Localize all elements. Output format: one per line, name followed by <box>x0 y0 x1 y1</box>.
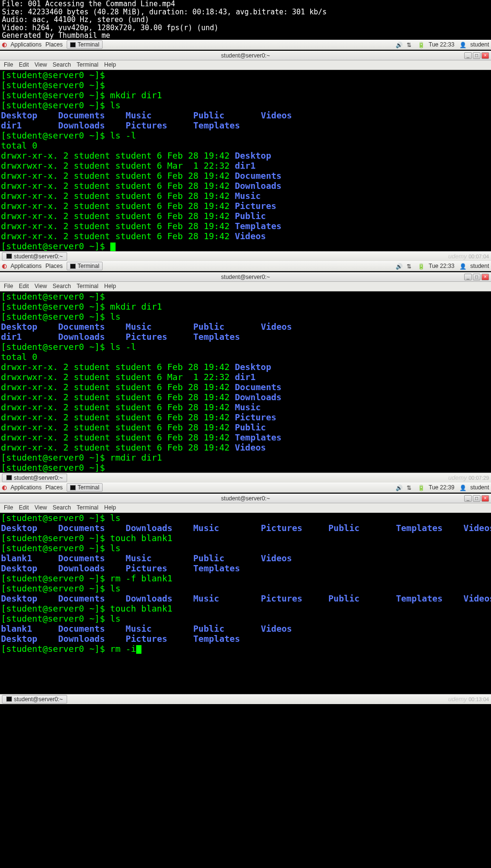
terminal-label: Terminal <box>78 41 99 48</box>
top-panel: ◐ Applications Places Terminal 🔊 ⇅ 🔋 Tue… <box>0 483 491 493</box>
menu-edit[interactable]: Edit <box>19 504 29 511</box>
menubar: File Edit View Search Terminal Help <box>0 503 491 513</box>
window-minimize-button[interactable]: _ <box>464 274 472 280</box>
terminal-window: student@server0:~ _ □ × File Edit View S… <box>0 494 491 694</box>
watermark: udemy <box>448 695 467 703</box>
taskbar-terminal-button[interactable]: Terminal <box>67 40 103 49</box>
menu-file[interactable]: File <box>4 504 13 511</box>
places-menu[interactable]: Places <box>46 484 63 491</box>
taskbar-entry[interactable]: student@server0:~ <box>2 474 67 482</box>
terminal-label: Terminal <box>78 484 99 491</box>
menu-search[interactable]: Search <box>53 504 71 511</box>
terminal-window: student@server0:~ _ □ × File Edit View S… <box>0 51 491 251</box>
menubar: File Edit View Search Terminal Help <box>0 282 491 291</box>
terminal-icon <box>6 696 12 702</box>
file-info-line: File: 001 Accessing the Command Line.mp4 <box>2 0 489 8</box>
battery-icon[interactable]: 🔋 <box>418 42 424 48</box>
menu-edit[interactable]: Edit <box>19 283 29 289</box>
terminal-output[interactable]: [student@server0 ~]$ ls Desktop Document… <box>0 513 491 694</box>
window-titlebar[interactable]: student@server0:~ _ □ × <box>0 272 491 282</box>
taskbar-entry-label: student@server0:~ <box>14 696 63 703</box>
window-maximize-button[interactable]: □ <box>473 274 480 280</box>
menu-edit[interactable]: Edit <box>19 61 29 68</box>
volume-icon[interactable]: 🔊 <box>396 263 402 269</box>
battery-icon[interactable]: 🔋 <box>418 263 424 269</box>
taskbar-entry[interactable]: student@server0:~ <box>2 252 67 261</box>
window-close-button[interactable]: × <box>481 274 489 280</box>
taskbar-entry[interactable]: student@server0:~ <box>2 695 67 704</box>
places-menu[interactable]: Places <box>46 263 63 269</box>
places-menu[interactable]: Places <box>46 41 63 48</box>
window-titlebar[interactable]: student@server0:~ _ □ × <box>0 494 491 503</box>
clock[interactable]: Tue 22:33 <box>429 41 455 48</box>
menu-view[interactable]: View <box>35 283 47 289</box>
applications-menu[interactable]: Applications <box>11 263 42 269</box>
terminal-icon <box>70 264 76 269</box>
network-icon[interactable]: ⇅ <box>407 263 413 269</box>
bottom-panel: student@server0:~ udemy 00:13:04 <box>0 694 491 704</box>
terminal-output[interactable]: [student@server0 ~]$ [student@server0 ~]… <box>0 70 491 251</box>
bottom-panel: student@server0:~ udemy 00:07:04 <box>0 251 491 261</box>
menu-help[interactable]: Help <box>104 61 116 68</box>
window-minimize-button[interactable]: _ <box>464 495 472 502</box>
taskbar-entry-label: student@server0:~ <box>14 253 63 260</box>
watermark: udemy <box>448 474 467 481</box>
terminal-output[interactable]: [student@server0 ~]$ [student@server0 ~]… <box>0 291 491 473</box>
menu-terminal[interactable]: Terminal <box>77 504 98 511</box>
window-close-button[interactable]: × <box>481 52 489 59</box>
menu-terminal[interactable]: Terminal <box>77 61 98 68</box>
window-title: student@server0:~ <box>221 495 270 502</box>
file-info-line: Audio: aac, 44100 Hz, stereo (und) <box>2 16 489 24</box>
timestamp: 00:07:29 <box>468 475 489 481</box>
applications-menu[interactable]: Applications <box>11 41 42 48</box>
window-close-button[interactable]: × <box>481 495 489 502</box>
battery-icon[interactable]: 🔋 <box>418 485 424 491</box>
network-icon[interactable]: ⇅ <box>407 42 413 48</box>
distro-logo-icon: ◐ <box>2 484 7 491</box>
file-info-line: Generated by Thumbnail me <box>2 32 489 40</box>
timestamp: 00:07:04 <box>468 254 489 259</box>
volume-icon[interactable]: 🔊 <box>396 42 402 48</box>
taskbar-terminal-button[interactable]: Terminal <box>67 483 103 492</box>
menu-view[interactable]: View <box>35 504 47 511</box>
distro-logo-icon: ◐ <box>2 41 7 48</box>
menu-help[interactable]: Help <box>104 283 116 289</box>
menu-search[interactable]: Search <box>53 61 71 68</box>
window-title: student@server0:~ <box>221 274 270 280</box>
clock[interactable]: Tue 22:39 <box>429 484 455 491</box>
user-menu[interactable]: student <box>470 41 489 48</box>
terminal-icon <box>70 485 76 490</box>
volume-icon[interactable]: 🔊 <box>396 485 402 491</box>
terminal-icon <box>70 42 76 47</box>
timestamp: 00:13:04 <box>468 696 489 702</box>
menu-file[interactable]: File <box>4 283 13 289</box>
window-minimize-button[interactable]: _ <box>464 52 472 59</box>
user-icon[interactable]: 👤 <box>459 263 466 269</box>
window-titlebar[interactable]: student@server0:~ _ □ × <box>0 51 491 60</box>
menu-view[interactable]: View <box>35 61 47 68</box>
window-maximize-button[interactable]: □ <box>473 52 480 59</box>
menu-terminal[interactable]: Terminal <box>77 283 98 289</box>
bottom-panel: student@server0:~ udemy 00:07:29 <box>0 473 491 483</box>
taskbar-entry-label: student@server0:~ <box>14 475 63 481</box>
terminal-label: Terminal <box>78 263 99 269</box>
menu-search[interactable]: Search <box>53 283 71 289</box>
user-menu[interactable]: student <box>470 263 489 269</box>
network-icon[interactable]: ⇅ <box>407 485 413 491</box>
taskbar-terminal-button[interactable]: Terminal <box>67 262 103 270</box>
window-title: student@server0:~ <box>221 52 270 59</box>
terminal-icon <box>6 254 12 259</box>
window-maximize-button[interactable]: □ <box>473 495 480 502</box>
menu-file[interactable]: File <box>4 61 13 68</box>
user-menu[interactable]: student <box>470 484 489 491</box>
watermark: udemy <box>448 253 467 260</box>
file-info-line: Size: 42233460 bytes (40.28 MiB), durati… <box>2 8 489 16</box>
menubar: File Edit View Search Terminal Help <box>0 60 491 70</box>
top-panel: ◐ Applications Places Terminal 🔊 ⇅ 🔋 Tue… <box>0 261 491 271</box>
file-info-line: Video: h264, yuv420p, 1280x720, 30.00 fp… <box>2 24 489 32</box>
user-icon[interactable]: 👤 <box>459 42 466 48</box>
clock[interactable]: Tue 22:33 <box>429 263 455 269</box>
applications-menu[interactable]: Applications <box>11 484 42 491</box>
menu-help[interactable]: Help <box>104 504 116 511</box>
user-icon[interactable]: 👤 <box>459 485 466 491</box>
